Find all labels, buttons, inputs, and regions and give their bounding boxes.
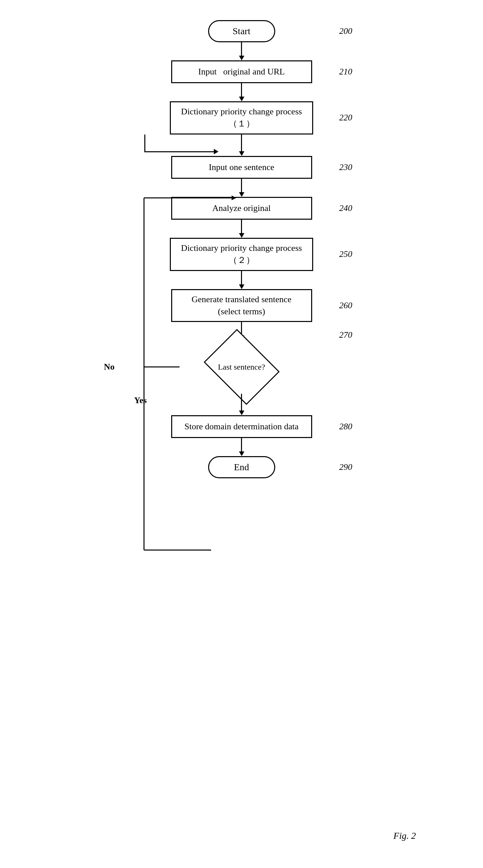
arrow-3: [239, 134, 244, 156]
start-label: 200: [339, 26, 352, 36]
node-280-row: Store domain determination data 280: [124, 415, 359, 438]
node-220: Dictionary priority change process （１）: [170, 101, 313, 134]
node-220-row: Dictionary priority change process （１） 2…: [124, 101, 359, 134]
node-210-row: Input original and URL 210: [124, 60, 359, 83]
node-260-line1: Generate translated sentence: [192, 294, 291, 304]
end-row: End 290: [124, 456, 359, 478]
arrow-8: [239, 438, 244, 456]
figure-label: Fig. 2: [393, 831, 416, 841]
node-220-line1: Dictionary priority change process: [181, 107, 302, 116]
loop-horiz-line: [144, 151, 215, 152]
node-250-line1: Dictionary priority change process: [181, 243, 302, 253]
node-270-row: 270 Last sentence? No: [124, 340, 359, 394]
label-210: 210: [339, 67, 352, 77]
yes-label: Yes: [134, 396, 147, 405]
node-230: Input one sentence: [171, 156, 312, 179]
node-250-row: Dictionary priority change process （２） 2…: [124, 238, 359, 271]
no-label: No: [104, 362, 115, 372]
label-270: 270: [339, 330, 352, 340]
node-250-line2: （２）: [229, 255, 255, 265]
label-end: 290: [339, 462, 352, 472]
node-210: Input original and URL: [171, 60, 312, 83]
label-220: 220: [339, 113, 352, 123]
arrow-1: [239, 42, 244, 60]
node-240: Analyze original: [171, 197, 312, 220]
node-230-row: Input one sentence 230: [124, 156, 359, 179]
node-260-line2: (select terms): [218, 307, 265, 316]
node-260: Generate translated sentence (select ter…: [171, 289, 312, 322]
arrow-6: [239, 271, 244, 289]
end-node: End: [208, 456, 275, 478]
loop-left-line: [144, 134, 145, 151]
arrow-yes: [239, 394, 244, 415]
node-280: Store domain determination data: [171, 415, 312, 438]
node-250: Dictionary priority change process （２）: [170, 238, 313, 271]
arrow-5: [239, 220, 244, 238]
loop-arrowhead: [214, 149, 219, 154]
arrow-2: [239, 83, 244, 101]
node-220-line2: （１）: [229, 119, 255, 128]
label-260: 260: [339, 301, 352, 311]
node-270: Last sentence?: [205, 340, 279, 394]
label-240: 240: [339, 203, 352, 213]
diamond-text: Last sentence?: [218, 362, 265, 372]
loop-join-area: [124, 134, 359, 156]
label-230: 230: [339, 162, 352, 173]
label-250: 250: [339, 249, 352, 259]
node-240-row: Analyze original 240: [124, 197, 359, 220]
yes-area: Yes: [124, 394, 359, 415]
no-horiz-right: [144, 367, 179, 368]
label-280: 280: [339, 422, 352, 432]
start-row: Start 200: [124, 20, 359, 42]
start-node: Start: [208, 20, 275, 42]
flowchart: Start 200 Input original and URL 210 Dic…: [124, 13, 359, 478]
arrow-4: [239, 179, 244, 197]
node-260-row: Generate translated sentence (select ter…: [124, 289, 359, 322]
